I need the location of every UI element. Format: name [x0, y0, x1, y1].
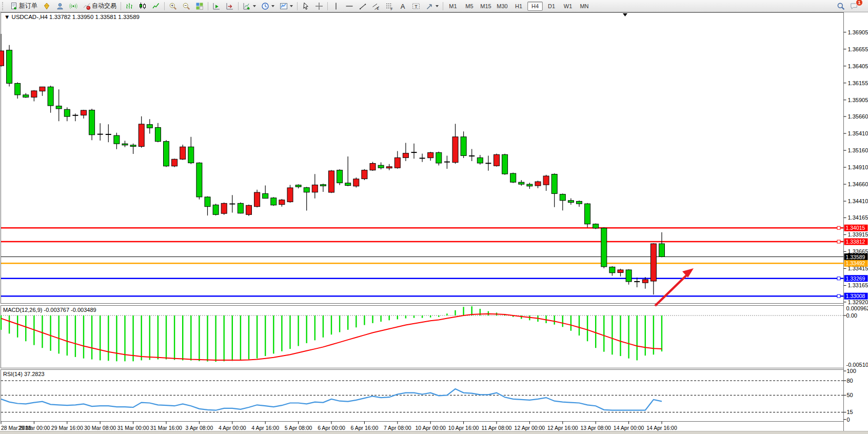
- chart-shift-button[interactable]: [224, 1, 236, 12]
- svg-text:29 Mar 00:00: 29 Mar 00:00: [18, 425, 50, 431]
- timeframe-m15-button[interactable]: M15: [478, 2, 494, 11]
- market-watch-button[interactable]: [41, 1, 53, 12]
- svg-text:6 Apr 16:00: 6 Apr 16:00: [351, 425, 379, 431]
- crosshair-button[interactable]: [313, 1, 325, 12]
- svg-text:1.35160: 1.35160: [848, 147, 868, 153]
- signal-service-button[interactable]: [67, 1, 80, 12]
- trendline-button[interactable]: [357, 1, 369, 12]
- price-lines-layer[interactable]: 1.340151.338121.335891.334921.332691.330…: [1, 225, 868, 300]
- svg-text:1.36905: 1.36905: [848, 29, 868, 35]
- text-tool-button[interactable]: A: [397, 1, 409, 12]
- zoom-out-button[interactable]: [180, 1, 192, 12]
- templates-icon: [280, 2, 288, 10]
- auto-scroll-icon: [212, 2, 221, 10]
- templates-button[interactable]: [278, 1, 295, 12]
- svg-text:13 Apr 08:00: 13 Apr 08:00: [580, 425, 611, 431]
- line-handle[interactable]: [837, 294, 840, 298]
- svg-text:31 Mar 16:00: 31 Mar 16:00: [150, 425, 182, 431]
- cursor-button[interactable]: [300, 1, 312, 12]
- timeframe-w1-button[interactable]: W1: [560, 2, 576, 11]
- svg-text:50: 50: [847, 392, 853, 398]
- toolbar-separator: [443, 2, 443, 10]
- svg-text:0.000962: 0.000962: [846, 305, 868, 311]
- chart-line-button[interactable]: [150, 1, 162, 12]
- chart-window: 1.369051.366551.364051.361551.359051.356…: [0, 12, 868, 434]
- crosshair-icon: [315, 2, 323, 10]
- svg-text:6 Apr 00:00: 6 Apr 00:00: [318, 425, 345, 431]
- chart-bars-button[interactable]: [123, 1, 135, 12]
- svg-text:4 Apr 16:00: 4 Apr 16:00: [251, 425, 279, 431]
- periods-icon: [261, 2, 269, 10]
- candles-layer: [0, 34, 665, 294]
- new-order-button[interactable]: 新订单: [8, 1, 40, 12]
- fibonacci-button[interactable]: F: [383, 1, 396, 12]
- vertical-line-button[interactable]: [330, 1, 342, 12]
- line-handle[interactable]: [837, 240, 840, 243]
- svg-text:1.35660: 1.35660: [848, 113, 868, 120]
- svg-text:0: 0: [847, 417, 850, 423]
- svg-text:1.33165: 1.33165: [848, 282, 868, 288]
- macd-panel: MACD(12,26,9) -0.003767 -0.0034890.00096…: [1, 305, 868, 368]
- toolbar-separator: [164, 2, 165, 10]
- timeframe-m1-button[interactable]: M1: [445, 2, 461, 11]
- buy-signal-arrow[interactable]: [655, 268, 694, 306]
- auto-trading-label: 自动交易: [92, 2, 116, 10]
- date-axis: 28 Mar 202329 Mar 00:0029 Mar 16:0030 Ma…: [1, 422, 677, 431]
- svg-text:3 Apr 08:00: 3 Apr 08:00: [186, 425, 213, 431]
- text-label-button[interactable]: T: [410, 1, 422, 12]
- text-tool-icon: A: [399, 2, 407, 10]
- svg-text:1.33008: 1.33008: [846, 293, 865, 299]
- timeframe-h4-button[interactable]: H4: [527, 2, 543, 11]
- line-handle[interactable]: [837, 226, 840, 229]
- svg-text:1.32920: 1.32920: [848, 299, 868, 305]
- tile-windows-icon: [195, 2, 204, 10]
- arrows-tool-dropdown-icon[interactable]: [436, 5, 439, 7]
- toolbar-separator: [327, 2, 328, 10]
- auto-trading-button[interactable]: 自动交易: [81, 1, 119, 12]
- new-order-icon: [10, 2, 18, 10]
- arrows-tool-icon: [425, 2, 433, 10]
- search-button[interactable]: [835, 1, 847, 12]
- svg-text:1.34910: 1.34910: [848, 164, 868, 170]
- timeframe-mn-button[interactable]: MN: [577, 2, 592, 11]
- periods-button[interactable]: [259, 1, 277, 12]
- cursor-icon: [302, 2, 310, 10]
- chart-candles-button[interactable]: [136, 1, 149, 12]
- new-order-label: 新订单: [19, 2, 37, 10]
- timeframe-d1-button[interactable]: D1: [544, 2, 559, 11]
- svg-text:A: A: [401, 3, 405, 10]
- zoom-in-button[interactable]: [167, 1, 179, 12]
- horizontal-line-icon: [345, 2, 353, 10]
- svg-text:1.33812: 1.33812: [846, 239, 865, 245]
- chat-button[interactable]: 1: [848, 1, 860, 12]
- auto-scroll-button[interactable]: [210, 1, 223, 12]
- chart-shift-marker[interactable]: [623, 13, 627, 16]
- svg-text:1.35905: 1.35905: [848, 97, 868, 103]
- timeframe-m30-button[interactable]: M30: [495, 2, 510, 11]
- market-watch-icon: [43, 2, 51, 10]
- svg-text:1.34410: 1.34410: [848, 198, 868, 204]
- rsi-panel: RSI(14) 37.28231008050150: [1, 368, 856, 423]
- tile-windows-button[interactable]: [193, 1, 206, 12]
- templates-dropdown-icon[interactable]: [290, 5, 293, 7]
- rsi-line: [1, 389, 662, 410]
- svg-text:1.33492: 1.33492: [846, 260, 865, 266]
- horizontal-line-button[interactable]: [343, 1, 356, 12]
- periods-dropdown-icon[interactable]: [271, 5, 274, 7]
- price-chart-svg[interactable]: 1.369051.366551.364051.361551.359051.356…: [0, 12, 868, 434]
- indicators-dropdown-icon[interactable]: [253, 5, 256, 7]
- community-button[interactable]: [54, 1, 66, 12]
- status-strip: [0, 431, 868, 434]
- svg-text:1.33269: 1.33269: [846, 275, 865, 282]
- svg-text:1.34660: 1.34660: [848, 181, 868, 187]
- auto-trading-icon: [83, 2, 91, 10]
- line-handle[interactable]: [837, 277, 840, 280]
- toolbar-grip: [2, 2, 6, 10]
- timeframe-m5-button[interactable]: M5: [462, 2, 477, 11]
- svg-text:T: T: [415, 4, 418, 9]
- arrows-tool-button[interactable]: [423, 1, 441, 12]
- indicators-button[interactable]: [241, 1, 258, 12]
- equidistant-channel-button[interactable]: E: [370, 1, 382, 12]
- timeframe-h1-button[interactable]: H1: [511, 2, 526, 11]
- toolbar-separator: [297, 2, 298, 10]
